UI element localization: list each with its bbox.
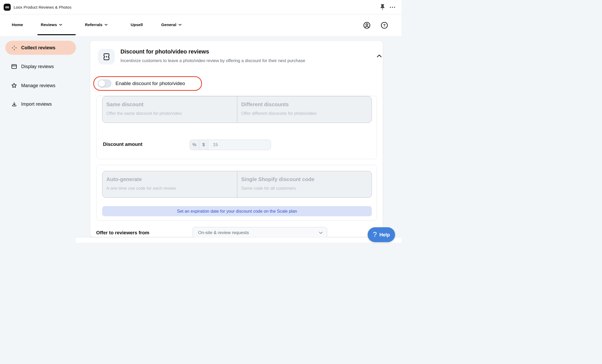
discount-code-section: Auto-generate A one time use code for ea… bbox=[96, 165, 377, 221]
chevron-down-icon bbox=[105, 24, 108, 26]
option-title: Different discounts bbox=[241, 102, 372, 108]
sidebar-item-label: Collect reviews bbox=[21, 45, 55, 51]
discount-type-segmented-control: Same discount Offer the same discount fo… bbox=[102, 96, 372, 123]
nav-general[interactable]: General bbox=[161, 14, 182, 35]
option-same-discount[interactable]: Same discount Offer the same discount fo… bbox=[102, 96, 237, 123]
nav-referrals-label: Referrals bbox=[85, 22, 102, 27]
nav-upsell[interactable]: Upsell bbox=[131, 14, 143, 35]
overflow-menu-icon[interactable] bbox=[389, 4, 396, 10]
help-circle-glyph: ? bbox=[383, 23, 385, 27]
collect-arrows-icon bbox=[11, 45, 17, 51]
nav-upsell-label: Upsell bbox=[131, 22, 143, 27]
offer-from-select[interactable]: On-site & review requests bbox=[193, 227, 327, 238]
percent-unit-button[interactable]: % bbox=[190, 140, 199, 150]
option-description: Offer different discounts for photo/vide… bbox=[241, 111, 372, 116]
nav-reviews[interactable]: Reviews bbox=[41, 14, 62, 35]
app-nav: Home Reviews Referrals Upsell General ? bbox=[0, 14, 401, 36]
option-title: Auto-generate bbox=[106, 176, 237, 182]
nav-home[interactable]: Home bbox=[12, 14, 23, 35]
help-button[interactable]: ? Help bbox=[368, 227, 395, 242]
nav-general-label: General bbox=[161, 22, 176, 27]
discount-amount-label: Discount amount bbox=[103, 141, 142, 147]
chevron-down-icon bbox=[178, 24, 182, 26]
question-mark-icon: ? bbox=[373, 231, 377, 239]
chevron-up-icon[interactable] bbox=[375, 52, 383, 59]
discount-settings-card: Discount for photo/video reviews Incenti… bbox=[90, 40, 383, 237]
enable-discount-toggle[interactable] bbox=[98, 80, 111, 87]
active-tab-underline bbox=[37, 34, 76, 35]
chevron-down-icon bbox=[319, 230, 323, 235]
content-bottom-edge bbox=[76, 237, 401, 243]
loox-logo-icon: ∞ bbox=[4, 4, 11, 11]
option-single-shopify-code[interactable]: Single Shopify discount code Same code f… bbox=[237, 171, 372, 198]
nav-reviews-label: Reviews bbox=[41, 22, 57, 27]
nav-home-label: Home bbox=[12, 22, 23, 27]
discount-type-section: Same discount Offer the same discount fo… bbox=[96, 96, 377, 159]
app-bar: ∞ Loox Product Reviews & Photos bbox=[0, 0, 401, 14]
sidebar-item-import-reviews[interactable]: Import reviews bbox=[5, 97, 76, 111]
code-type-segmented-control: Auto-generate A one time use code for ea… bbox=[102, 171, 372, 198]
chevron-down-icon bbox=[59, 24, 62, 26]
offer-from-selected-value: On-site & review requests bbox=[198, 230, 319, 235]
help-circle-icon[interactable]: ? bbox=[381, 22, 388, 29]
card-title: Discount for photo/video reviews bbox=[120, 49, 209, 55]
star-icon bbox=[11, 82, 17, 89]
option-title: Same discount bbox=[106, 102, 237, 108]
offer-from-label: Offer to reviewers from bbox=[96, 230, 149, 236]
pin-icon[interactable] bbox=[379, 4, 386, 10]
option-auto-generate[interactable]: Auto-generate A one time use code for ea… bbox=[102, 171, 237, 198]
sidebar-item-label: Display reviews bbox=[21, 64, 54, 69]
sidebar-item-collect-reviews[interactable]: Collect reviews bbox=[5, 41, 76, 55]
app-title: Loox Product Reviews & Photos bbox=[14, 0, 71, 14]
help-button-label: Help bbox=[379, 232, 390, 238]
option-description: Offer the same discount for photo/video bbox=[106, 111, 237, 116]
sidebar-item-label: Manage reviews bbox=[21, 83, 55, 88]
toggle-knob bbox=[98, 80, 105, 87]
download-icon bbox=[11, 101, 17, 107]
scale-plan-upsell-banner[interactable]: Set an expiration date for your discount… bbox=[102, 206, 372, 216]
sidebar-item-manage-reviews[interactable]: Manage reviews bbox=[5, 79, 76, 93]
nav-referrals[interactable]: Referrals bbox=[85, 14, 108, 35]
account-icon[interactable] bbox=[363, 22, 371, 29]
dollar-unit-button[interactable]: $ bbox=[199, 140, 208, 150]
discount-amount-control: % $ bbox=[190, 140, 271, 150]
browser-window-icon bbox=[11, 63, 17, 70]
option-different-discounts[interactable]: Different discounts Offer different disc… bbox=[237, 96, 372, 123]
sidebar-item-label: Import reviews bbox=[21, 102, 52, 107]
ticket-icon bbox=[98, 49, 115, 64]
option-description: Same code for all customers bbox=[241, 186, 372, 191]
sidebar-item-display-reviews[interactable]: Display reviews bbox=[5, 59, 76, 74]
option-title: Single Shopify discount code bbox=[241, 176, 372, 182]
option-description: A one time use code for each review bbox=[106, 186, 237, 191]
enable-discount-toggle-label: Enable discount for photo/video bbox=[115, 81, 185, 86]
card-subtitle: Incentivize customers to leave a photo/v… bbox=[120, 58, 305, 63]
annotation-highlight-box: Enable discount for photo/video bbox=[93, 76, 202, 91]
discount-amount-input[interactable] bbox=[208, 140, 271, 150]
